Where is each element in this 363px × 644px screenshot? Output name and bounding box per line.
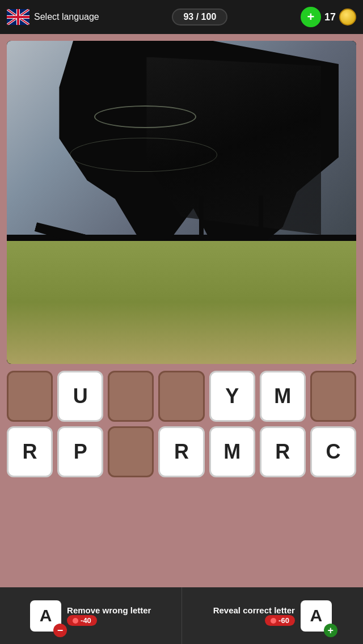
currency-section: + 17 (301, 7, 356, 27)
letter-tile-r2[interactable]: R (158, 426, 204, 477)
keyboard-row-2: R P R M R C (7, 426, 356, 477)
letter-tile-u[interactable]: U (57, 371, 103, 422)
reveal-icon-container: A + (301, 600, 332, 632)
letter-tile-empty-3[interactable] (158, 371, 204, 422)
water-area (7, 241, 356, 364)
letter-tile-empty-5[interactable] (108, 426, 154, 477)
reveal-cost: -60 (265, 615, 295, 626)
header: Select language 93 / 100 + 17 (0, 0, 363, 34)
letter-tile-m2[interactable]: M (209, 426, 255, 477)
reveal-text-area: Reveal correct letter -60 (213, 605, 295, 626)
letter-tile-empty-2[interactable] (108, 371, 154, 422)
letter-tile-r3[interactable]: R (260, 426, 306, 477)
coin-count: 17 (324, 11, 336, 23)
remove-cost: -40 (67, 615, 97, 626)
letter-tile-y[interactable]: Y (209, 371, 255, 422)
letter-tile-c[interactable]: C (310, 426, 356, 477)
bird-leg1 (199, 196, 204, 241)
letter-tile-empty-4[interactable] (310, 371, 356, 422)
language-label: Select language (34, 12, 99, 22)
coin-icon (339, 9, 356, 26)
remove-cost-value: -40 (81, 616, 91, 625)
ripple2 (70, 138, 217, 172)
letter-tile-m1[interactable]: M (260, 371, 306, 422)
reveal-cost-value: -60 (278, 616, 289, 625)
bird-leg2 (259, 196, 263, 241)
score-display: 93 / 100 (172, 9, 227, 26)
remove-icon-container: A − (30, 600, 61, 632)
photo-image (7, 41, 356, 364)
ripple1 (94, 105, 196, 128)
cost-dot-2 (271, 618, 276, 624)
letter-tile-r1[interactable]: R (7, 426, 53, 477)
plus-circle: + (324, 624, 337, 637)
reveal-correct-button[interactable]: Reveal correct letter -60 A + (182, 587, 364, 644)
letter-tile-empty-1[interactable] (7, 371, 53, 422)
remove-label: Remove wrong letter (67, 605, 151, 615)
add-coins-button[interactable]: + (301, 7, 321, 27)
keyboard-row-1: U Y M (7, 371, 356, 422)
flag-icon (7, 9, 29, 25)
photo-container: R A V E N (7, 41, 356, 364)
minus-circle: − (53, 624, 67, 637)
bottom-bar: A − Remove wrong letter -40 Reveal corre… (0, 587, 363, 644)
remove-text-area: Remove wrong letter -40 (67, 605, 151, 626)
language-section[interactable]: Select language (7, 9, 99, 25)
remove-wrong-button[interactable]: A − Remove wrong letter -40 (0, 587, 182, 644)
game-area: R A V E N U Y M R P R M R C (0, 34, 363, 644)
letter-tile-p[interactable]: P (57, 426, 103, 477)
reveal-label: Reveal correct letter (213, 605, 295, 615)
cost-dot-1 (73, 618, 78, 624)
